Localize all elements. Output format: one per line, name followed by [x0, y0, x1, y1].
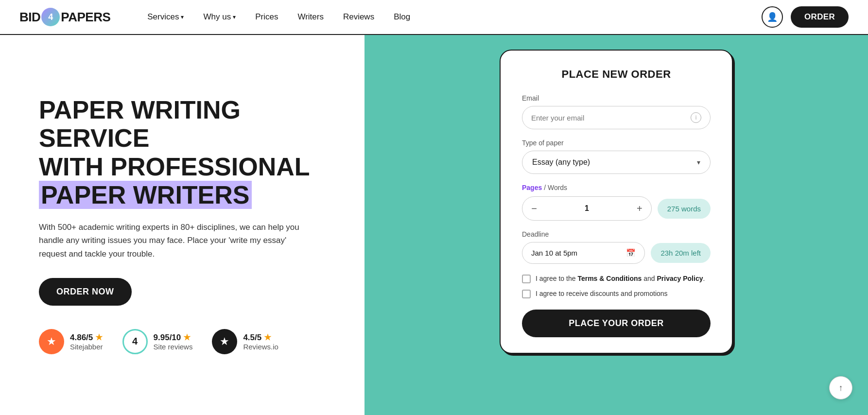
logo[interactable]: BID 4 PAPERS — [19, 8, 110, 26]
email-info-icon: i — [691, 112, 701, 123]
arrow-up-icon: ↑ — [839, 383, 843, 393]
site-reviews-score: 9.95/10 ★ — [154, 332, 193, 343]
email-input-wrap: i — [522, 106, 711, 129]
logo-suffix: PAPERS — [61, 10, 110, 25]
sitejabber-star: ★ — [95, 333, 103, 342]
pages-row: − 1 + 275 words — [522, 196, 711, 221]
site-reviews-badge: 4 — [122, 329, 148, 354]
nav-why-us[interactable]: Why us ▾ — [195, 8, 243, 26]
email-label: Email — [522, 94, 711, 102]
words-text: Words — [548, 184, 567, 191]
main-content: PAPER WRITING SERVICE WITH PROFESSIONAL … — [0, 35, 868, 415]
rating-reviews-io: ★ 4.5/5 ★ Reviews.io — [212, 329, 278, 354]
rating-site-reviews: 4 9.95/10 ★ Site reviews — [122, 329, 193, 354]
paper-type-group: Type of paper Essay (any type) ▾ — [522, 139, 711, 174]
order-form-section: PLACE NEW ORDER Email i Type of paper Es… — [365, 35, 868, 415]
logo-prefix: BID — [19, 10, 40, 25]
pages-group: Pages / Words − 1 + 275 words — [522, 184, 711, 221]
pages-increment-button[interactable]: + — [628, 197, 651, 220]
pages-words-label: Pages / Words — [522, 184, 711, 191]
terms-link[interactable]: Terms & Conditions — [577, 275, 642, 282]
sitejabber-label: Sitejabber — [70, 343, 103, 351]
promotions-label: I agree to receive discounts and promoti… — [536, 289, 668, 299]
why-us-chevron-icon: ▾ — [233, 14, 236, 20]
terms-checkbox[interactable] — [522, 275, 531, 283]
logo-badge: 4 — [41, 8, 60, 26]
reviews-io-star: ★ — [264, 333, 271, 342]
email-input[interactable] — [531, 114, 691, 122]
hero-section: PAPER WRITING SERVICE WITH PROFESSIONAL … — [0, 35, 365, 415]
email-group: Email i — [522, 94, 711, 129]
privacy-link[interactable]: Privacy Policy — [657, 275, 703, 282]
terms-checkbox-row: I agree to the Terms & Conditions and Pr… — [522, 274, 711, 284]
ratings-section: ★ 4.86/5 ★ Sitejabber 4 9.95/10 — [39, 329, 326, 354]
deadline-picker[interactable]: Jan 10 at 5pm 📅 — [522, 242, 645, 264]
nav-prices[interactable]: Prices — [247, 8, 286, 26]
reviews-io-badge: ★ — [212, 329, 237, 354]
deadline-time-badge: 23h 20m left — [651, 243, 711, 263]
pages-value: 1 — [546, 204, 628, 213]
deadline-group: Deadline Jan 10 at 5pm 📅 23h 20m left — [522, 230, 711, 264]
main-nav: Services ▾ Why us ▾ Prices Writers Revie… — [139, 8, 762, 26]
terms-label: I agree to the Terms & Conditions and Pr… — [536, 274, 705, 284]
place-order-button[interactable]: PLACE YOUR ORDER — [522, 310, 711, 337]
header-order-button[interactable]: ORDER — [791, 6, 849, 28]
site-reviews-star: ★ — [183, 333, 191, 342]
words-badge: 275 words — [658, 199, 711, 219]
hero-description: With 500+ academic writing experts in 80… — [39, 221, 301, 260]
reviews-io-score: 4.5/5 ★ — [243, 332, 278, 343]
paper-type-chevron-icon: ▾ — [697, 158, 700, 166]
sitejabber-badge: ★ — [39, 329, 64, 354]
hero-title: PAPER WRITING SERVICE WITH PROFESSIONAL … — [39, 96, 326, 209]
sitejabber-icon: ★ — [47, 335, 56, 348]
promotions-checkbox[interactable] — [522, 290, 531, 298]
nav-writers[interactable]: Writers — [290, 8, 331, 26]
checkbox-group: I agree to the Terms & Conditions and Pr… — [522, 274, 711, 299]
sitejabber-score: 4.86/5 ★ — [70, 332, 103, 343]
user-account-button[interactable]: 👤 — [762, 6, 783, 28]
deadline-value: Jan 10 at 5pm — [531, 249, 577, 257]
calendar-icon: 📅 — [626, 248, 636, 258]
pages-link[interactable]: Pages — [522, 184, 542, 191]
reviews-io-icon: ★ — [220, 335, 229, 348]
paper-type-label: Type of paper — [522, 139, 711, 147]
site-reviews-label: Site reviews — [154, 343, 193, 351]
paper-type-value: Essay (any type) — [532, 158, 590, 167]
form-title: PLACE NEW ORDER — [522, 68, 711, 81]
services-chevron-icon: ▾ — [181, 14, 184, 20]
rating-sitejabber: ★ 4.86/5 ★ Sitejabber — [39, 329, 103, 354]
deadline-label: Deadline — [522, 230, 711, 238]
header-actions: 👤 ORDER — [762, 6, 849, 28]
reviews-io-label: Reviews.io — [243, 343, 278, 351]
site-reviews-icon: 4 — [132, 336, 138, 347]
paper-type-select[interactable]: Essay (any type) ▾ — [522, 151, 711, 174]
header: BID 4 PAPERS Services ▾ Why us ▾ Prices … — [0, 0, 868, 35]
scroll-to-top-button[interactable]: ↑ — [829, 376, 852, 399]
nav-services[interactable]: Services ▾ — [139, 8, 191, 26]
nav-blog[interactable]: Blog — [386, 8, 418, 26]
pages-decrement-button[interactable]: − — [522, 197, 546, 220]
hero-order-now-button[interactable]: ORDER NOW — [39, 278, 132, 306]
deadline-row: Jan 10 at 5pm 📅 23h 20m left — [522, 242, 711, 264]
nav-reviews[interactable]: Reviews — [335, 8, 382, 26]
promotions-checkbox-row: I agree to receive discounts and promoti… — [522, 289, 711, 299]
user-icon: 👤 — [767, 12, 778, 22]
pages-stepper: − 1 + — [522, 196, 652, 221]
order-card: PLACE NEW ORDER Email i Type of paper Es… — [500, 50, 733, 354]
